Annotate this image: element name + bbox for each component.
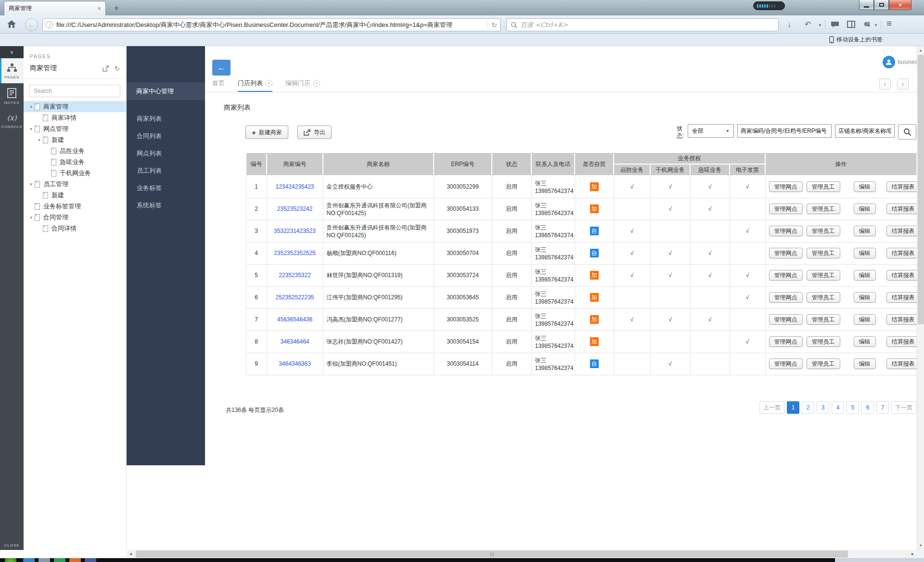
page-number-button[interactable]: 2 bbox=[802, 401, 814, 414]
taskbar-icon[interactable] bbox=[85, 558, 96, 562]
history-caret-icon[interactable]: ▼ bbox=[818, 23, 822, 27]
page-number-button[interactable]: 1 bbox=[787, 401, 799, 414]
vertical-scrollbar-thumb[interactable] bbox=[918, 55, 924, 324]
prev-page-button[interactable]: 上一页 bbox=[759, 401, 784, 414]
tab-close-icon[interactable]: × bbox=[266, 80, 272, 87]
chat-icon[interactable] bbox=[831, 21, 839, 28]
row-action-button[interactable]: 结算报表 bbox=[886, 292, 917, 303]
tree-item[interactable]: 品胜业务 bbox=[24, 145, 126, 156]
page-back-button[interactable]: ← bbox=[212, 60, 231, 76]
scroll-left-icon[interactable]: ◄ bbox=[127, 550, 135, 558]
sidebar-item[interactable]: 网点列表 bbox=[127, 145, 205, 162]
tab-close-icon[interactable]: × bbox=[97, 5, 101, 12]
page-number-button[interactable]: 4 bbox=[832, 401, 844, 414]
row-action-button[interactable]: 管理网点 bbox=[769, 292, 803, 303]
row-action-button[interactable]: 管理网点 bbox=[769, 204, 803, 214]
row-action-button[interactable]: 管理网点 bbox=[769, 181, 803, 192]
taskbar[interactable] bbox=[0, 558, 924, 562]
vertical-scrollbar[interactable]: ▲ ▼ bbox=[917, 46, 924, 550]
tabs-scroll-right-icon[interactable]: › bbox=[897, 78, 909, 89]
page-number-button[interactable]: 3 bbox=[817, 401, 829, 414]
tree-expand-icon[interactable]: ▾ bbox=[36, 138, 43, 142]
row-action-button[interactable]: 编辑 bbox=[854, 292, 876, 303]
tree-expand-icon[interactable]: ▾ bbox=[27, 182, 35, 187]
history-icon[interactable]: ↶ bbox=[805, 20, 811, 29]
browser-tab[interactable]: 商家管理 × bbox=[4, 1, 106, 15]
taskbar-icon[interactable] bbox=[23, 558, 35, 562]
status-select[interactable]: 全部 ▼ bbox=[688, 124, 734, 138]
sidebar-item[interactable]: 合同列表 bbox=[127, 128, 205, 145]
row-action-button[interactable]: 编辑 bbox=[854, 358, 876, 369]
merchant-code-input[interactable] bbox=[737, 124, 832, 138]
reload-icon[interactable]: ↻ bbox=[488, 21, 497, 29]
row-action-button[interactable]: 管理网点 bbox=[769, 226, 803, 236]
row-action-button[interactable]: 管理员工 bbox=[807, 248, 840, 258]
row-action-button[interactable]: 管理网点 bbox=[769, 314, 803, 325]
next-page-button[interactable]: 下一页 bbox=[891, 401, 916, 414]
horizontal-scrollbar-thumb[interactable] bbox=[136, 550, 848, 558]
user-menu[interactable]: business bbox=[883, 56, 917, 68]
sidebar-item[interactable]: 业务标签 bbox=[127, 179, 205, 197]
tabs-scroll-left-icon[interactable]: ‹ bbox=[879, 78, 891, 89]
tree-item[interactable]: ▾商家管理 bbox=[24, 101, 126, 112]
row-action-button[interactable]: 管理员工 bbox=[807, 270, 840, 281]
merchant-code-link[interactable]: 2235235322 bbox=[279, 272, 311, 279]
sidebar-item[interactable]: 员工列表 bbox=[127, 162, 205, 179]
row-action-button[interactable]: 管理员工 bbox=[807, 181, 840, 192]
taskbar-icon[interactable] bbox=[38, 558, 50, 562]
pages-search-input[interactable] bbox=[29, 85, 120, 97]
sidebar-item[interactable]: 商家列表 bbox=[127, 110, 205, 128]
tree-expand-icon[interactable]: ▾ bbox=[27, 215, 35, 220]
row-action-button[interactable]: 管理员工 bbox=[807, 204, 840, 214]
rail-collapse-icon[interactable]: ∨ bbox=[0, 46, 24, 58]
row-action-button[interactable]: 结算报表 bbox=[886, 314, 917, 325]
row-action-button[interactable]: 结算报表 bbox=[886, 204, 917, 214]
row-action-button[interactable]: 结算报表 bbox=[886, 358, 917, 369]
row-action-button[interactable]: 结算报表 bbox=[886, 181, 917, 192]
row-action-button[interactable]: 管理员工 bbox=[807, 358, 840, 369]
rail-item-pages[interactable]: PAGES bbox=[0, 58, 24, 83]
merchant-code-link[interactable]: 3532231423523 bbox=[274, 228, 316, 234]
scroll-down-icon[interactable]: ▼ bbox=[917, 542, 924, 549]
menu-icon[interactable]: ≡ bbox=[886, 19, 892, 28]
row-action-button[interactable]: 结算报表 bbox=[886, 270, 917, 281]
row-action-button[interactable]: 编辑 bbox=[854, 314, 876, 325]
page-number-button[interactable]: 5 bbox=[847, 401, 859, 414]
merchant-code-link[interactable]: 123424235423 bbox=[275, 183, 314, 190]
scroll-up-icon[interactable]: ▲ bbox=[917, 47, 924, 54]
row-action-button[interactable]: 管理员工 bbox=[807, 292, 840, 303]
page-number-button[interactable]: 7 bbox=[876, 401, 889, 414]
merchant-code-link[interactable]: 45636546436 bbox=[277, 316, 312, 323]
row-action-button[interactable]: 结算报表 bbox=[886, 226, 917, 236]
row-action-button[interactable]: 编辑 bbox=[854, 270, 876, 281]
row-action-button[interactable]: 管理员工 bbox=[807, 336, 840, 347]
taskbar-icon[interactable] bbox=[69, 558, 81, 562]
tree-item[interactable]: ▾网点管理 bbox=[24, 123, 126, 134]
tree-expand-icon[interactable]: ▾ bbox=[27, 104, 35, 109]
content-tab[interactable]: 编辑门店× bbox=[285, 75, 320, 92]
row-action-button[interactable]: 结算报表 bbox=[886, 336, 917, 347]
tree-item[interactable]: ▾新建 bbox=[24, 134, 126, 145]
tree-item[interactable]: ▾合同管理 bbox=[24, 212, 126, 223]
merchant-code-link[interactable]: 346346464 bbox=[280, 338, 309, 345]
tree-item[interactable]: 商家详情 bbox=[24, 112, 126, 123]
downloads-icon[interactable]: ↓ bbox=[787, 20, 791, 29]
minimize-button[interactable] bbox=[859, 0, 874, 10]
system-tray[interactable] bbox=[835, 558, 924, 562]
tree-item[interactable]: 新建 bbox=[24, 190, 126, 201]
rail-item-notes[interactable]: NOTES bbox=[0, 83, 24, 109]
row-action-button[interactable]: 编辑 bbox=[854, 204, 876, 214]
browser-search-field[interactable]: 百度 <Ctrl+K> bbox=[506, 18, 779, 31]
row-action-button[interactable]: 管理员工 bbox=[807, 226, 840, 236]
merchant-code-link[interactable]: 23523523242 bbox=[277, 205, 312, 212]
sidebar-item[interactable]: 系统标签 bbox=[127, 197, 205, 214]
row-action-button[interactable]: 管理网点 bbox=[769, 358, 803, 369]
export-button[interactable]: 导出 bbox=[297, 126, 332, 139]
merchant-code-link[interactable]: 3464346363 bbox=[279, 360, 311, 367]
tree-item[interactable]: 业务标签管理 bbox=[24, 201, 126, 212]
row-action-button[interactable]: 管理网点 bbox=[769, 336, 803, 347]
back-button[interactable]: ← bbox=[25, 18, 38, 31]
tree-expand-icon[interactable]: ▾ bbox=[27, 127, 35, 131]
horizontal-scrollbar[interactable]: ◄ ► bbox=[127, 550, 917, 558]
home-icon[interactable] bbox=[7, 19, 16, 29]
